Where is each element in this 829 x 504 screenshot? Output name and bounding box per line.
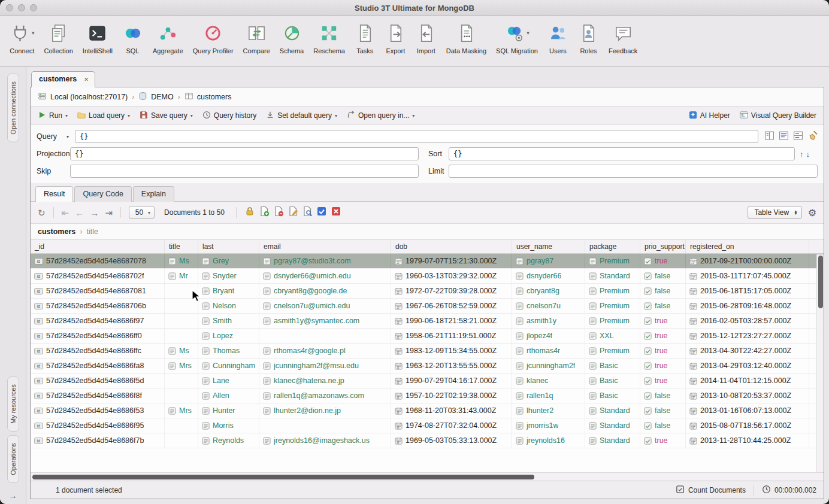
- cell-last[interactable]: Lane: [198, 374, 259, 388]
- page-size-select[interactable]: 50 ▾: [129, 206, 155, 219]
- cell-email[interactable]: rthomas4r@google.pl: [259, 344, 391, 358]
- horizontal-scrollbar-thumb[interactable]: [32, 475, 534, 479]
- cell-title[interactable]: Mr: [165, 269, 198, 283]
- toolbar-compare[interactable]: Compare: [238, 20, 275, 55]
- breadcrumb-collection[interactable]: customers: [184, 92, 232, 102]
- cell-title[interactable]: [165, 314, 198, 328]
- column-header-title[interactable]: title: [165, 240, 198, 253]
- cell-last[interactable]: Lopez: [198, 329, 259, 343]
- cell-registered_on[interactable]: 2014-11-04T01:12:15.000Z: [686, 374, 809, 388]
- cell-registered_on[interactable]: 2013-04-29T03:12:40.000Z: [686, 359, 809, 373]
- cell-email[interactable]: pgray87@studio3t.com: [259, 254, 391, 268]
- toolbar-export[interactable]: Export: [380, 20, 411, 55]
- toolbar-feedback[interactable]: Feedback: [604, 20, 642, 55]
- table-row[interactable]: id57d28452ed5d4d54e8687078MsGreypgray87@…: [31, 254, 824, 269]
- cell-prio_support[interactable]: false: [640, 403, 686, 418]
- cell-title[interactable]: Mrs: [165, 403, 198, 418]
- cell-package[interactable]: Standard: [585, 418, 640, 433]
- cell-last[interactable]: Morris: [198, 418, 259, 433]
- cell-title[interactable]: [165, 299, 198, 313]
- breadcrumb-connection[interactable]: Local (localhost:27017): [38, 92, 128, 102]
- toolbar-collection[interactable]: Collection: [40, 20, 78, 55]
- cell-email[interactable]: jcunningham2f@msu.edu: [259, 359, 391, 373]
- cell-prio_support[interactable]: false: [640, 299, 686, 313]
- cell-prio_support[interactable]: true: [640, 359, 686, 373]
- table-row[interactable]: id57d28452ed5d4d54e8686f97Smithasmith1y@…: [31, 314, 824, 329]
- cell-registered_on[interactable]: 2015-12-12T23:27:27.000Z: [686, 329, 809, 343]
- cell-user_name[interactable]: jlopez4f: [512, 329, 585, 343]
- tab-customers[interactable]: customers ×: [31, 71, 95, 87]
- ai-helper-button[interactable]: AI Helper: [689, 111, 730, 121]
- cell-registered_on[interactable]: 2013-04-30T22:42:27.000Z: [686, 344, 809, 358]
- toolbar-data-masking[interactable]: Data Masking: [441, 20, 491, 55]
- cell-prio_support[interactable]: true: [640, 314, 686, 328]
- cell-_id[interactable]: id57d28452ed5d4d54e8686fa8: [31, 359, 165, 373]
- add-document-icon[interactable]: [259, 206, 270, 219]
- set-default-query-button[interactable]: Set default query ▾: [266, 111, 337, 121]
- cell-package[interactable]: Standard: [585, 403, 640, 418]
- cell-email[interactable]: jreynolds16@imageshack.us: [259, 433, 391, 448]
- first-page-icon[interactable]: ⇤: [62, 208, 69, 217]
- cell-_id[interactable]: id57d28452ed5d4d54e8686f95: [31, 418, 165, 433]
- cell-last[interactable]: Reynolds: [198, 433, 259, 448]
- cell-package[interactable]: Premium: [585, 254, 640, 268]
- cell-user_name[interactable]: rallen1q: [512, 388, 585, 403]
- open-connections-panel-toggle[interactable]: Open connections: [7, 74, 19, 142]
- cell-prio_support[interactable]: true: [640, 374, 686, 388]
- table-row[interactable]: id57d28452ed5d4d54e8686ffcMsThomasrthoma…: [31, 344, 824, 359]
- column-header-prio_support[interactable]: prio_support: [640, 240, 686, 253]
- table-row[interactable]: id57d28452ed5d4d54e8686f53MrsHunterlhunt…: [31, 403, 824, 418]
- column-header-package[interactable]: package: [585, 240, 640, 253]
- cell-last[interactable]: Bryant: [198, 284, 259, 298]
- horizontal-scrollbar[interactable]: [31, 472, 824, 481]
- cell-user_name[interactable]: jmorris1w: [512, 418, 585, 433]
- skip-input[interactable]: [70, 165, 419, 178]
- table-row[interactable]: id57d28452ed5d4d54e8686ff0Lopez1958-06-2…: [31, 329, 824, 344]
- cell-dob[interactable]: 1969-05-03T05:33:13.000Z: [391, 433, 512, 448]
- cell-package[interactable]: Basic: [585, 359, 640, 373]
- cell-prio_support[interactable]: true: [640, 433, 686, 448]
- cell-dob[interactable]: 1990-06-18T21:58:21.000Z: [391, 314, 512, 328]
- tab-close-icon[interactable]: ×: [84, 75, 89, 83]
- tab-query-code[interactable]: Query Code: [74, 186, 131, 202]
- cell-prio_support[interactable]: false: [640, 418, 686, 433]
- cell-email[interactable]: lhunter2@dion.ne.jp: [259, 403, 391, 418]
- cancel-x-icon[interactable]: [331, 206, 341, 219]
- cell-package[interactable]: Standard: [585, 269, 640, 283]
- toolbar-import[interactable]: Import: [411, 20, 441, 55]
- cell-user_name[interactable]: rthomas4r: [512, 344, 585, 358]
- table-row[interactable]: id57d28452ed5d4d54e8686fa8MrsCunninghamj…: [31, 359, 824, 374]
- vertical-scrollbar-thumb[interactable]: [818, 256, 823, 308]
- last-page-icon[interactable]: ⇥: [105, 208, 113, 217]
- cell-user_name[interactable]: klanec: [512, 374, 585, 388]
- cell-package[interactable]: Basic: [585, 374, 640, 388]
- cell-title[interactable]: [165, 329, 198, 343]
- cell-registered_on[interactable]: 2016-02-05T03:28:57.000Z: [686, 314, 809, 328]
- tab-result[interactable]: Result: [35, 186, 73, 202]
- table-row[interactable]: id57d28452ed5d4d54e868702fMrSnyderdsnyde…: [31, 269, 824, 284]
- column-header-registered_on[interactable]: registered_on: [686, 240, 809, 253]
- view-mode-select[interactable]: Table View ▲▼: [748, 206, 801, 219]
- cell-title[interactable]: Ms: [165, 254, 198, 268]
- cell-title[interactable]: Ms: [165, 344, 198, 358]
- column-header-last[interactable]: last: [198, 240, 259, 253]
- cell-dob[interactable]: 1979-07-07T15:21:30.000Z: [391, 254, 512, 268]
- cell-registered_on[interactable]: 2013-10-08T20:53:37.000Z: [686, 388, 809, 403]
- cell-email[interactable]: cbryant8g@google.de: [259, 284, 391, 298]
- column-header-user_name[interactable]: user_name: [512, 240, 585, 253]
- column-header-dob[interactable]: dob: [391, 240, 512, 253]
- cell-registered_on[interactable]: 2017-09-21T00:00:00.000Z: [686, 254, 809, 268]
- cell-_id[interactable]: id57d28452ed5d4d54e8686f5d: [31, 374, 165, 388]
- cell-title[interactable]: [165, 418, 198, 433]
- clear-query-broom-icon[interactable]: [807, 130, 818, 143]
- cell-prio_support[interactable]: false: [640, 284, 686, 298]
- cell-registered_on[interactable]: 2013-11-28T10:44:25.000Z: [686, 433, 809, 448]
- breadcrumb-database[interactable]: DEMO: [138, 92, 174, 102]
- cell-last[interactable]: Grey: [198, 254, 259, 268]
- cell-package[interactable]: Premium: [585, 314, 640, 328]
- query-history-button[interactable]: Query history: [202, 111, 256, 121]
- toolbar-tasks[interactable]: Tasks: [350, 20, 380, 55]
- rail-expand-arrow-icon[interactable]: →: [9, 491, 17, 500]
- cell-email[interactable]: dsnyder66@umich.edu: [259, 269, 391, 283]
- cell-_id[interactable]: id57d28452ed5d4d54e8686f7b: [31, 433, 165, 448]
